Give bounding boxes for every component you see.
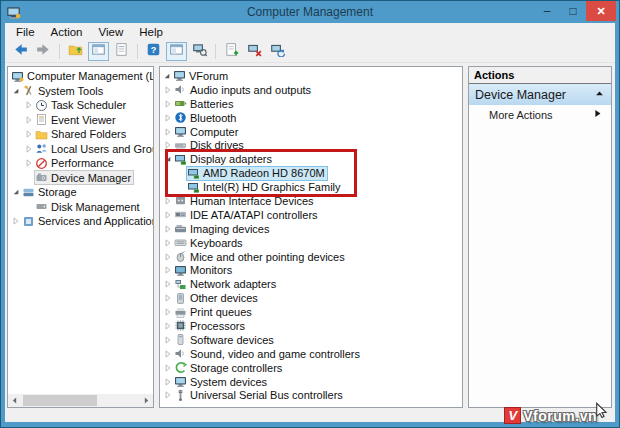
tree-item-storage-controllers[interactable]: Storage controllers [160,361,462,375]
tree-item-services-and-applications[interactable]: Services and Applications [8,214,153,229]
expander-collapsed-icon[interactable] [163,224,173,234]
minimize-button[interactable]: – [534,1,560,21]
uninstall-device-button[interactable] [244,42,265,61]
tree-item-universal-serial-bus-controllers[interactable]: Universal Serial Bus controllers [160,388,462,402]
maximize-button[interactable]: □ [560,1,586,21]
export-list-button[interactable] [111,42,132,61]
tree-item-device-manager[interactable]: Device Manager [8,171,153,186]
main-area: Computer Management (Local)System ToolsT… [5,63,615,408]
tree-item-imaging-devices[interactable]: Imaging devices [160,222,462,236]
tree-item-computer[interactable]: Computer [160,125,462,139]
tree-item-mice-and-other-pointing-devices[interactable]: Mice and other pointing devices [160,250,462,264]
actions-section-device-manager[interactable]: Device Manager [469,84,611,105]
console-tree-toggle-button[interactable] [88,42,109,61]
tree-item-shared-folders[interactable]: Shared Folders [8,127,153,142]
menu-help[interactable]: Help [131,25,171,39]
tree-item-event-viewer[interactable]: Event Viewer [8,113,153,128]
scrollbar-track[interactable] [21,394,140,407]
more-actions-item[interactable]: More Actions [469,105,611,124]
printer-icon [174,306,187,319]
tree-item-display-adapters[interactable]: Display adapters [160,152,462,166]
tree-item-system-devices[interactable]: System devices [160,375,462,389]
tree-item-network-adapters[interactable]: Network adapters [160,277,462,291]
forward-arrow-button[interactable] [33,42,54,61]
tree-item-disk-drives[interactable]: Disk drives [160,138,462,152]
up-folder-button[interactable] [65,42,86,61]
show-window-toggle-button[interactable] [166,42,187,61]
tree-item-processors[interactable]: Processors [160,319,462,333]
expander-collapsed-icon[interactable] [163,127,173,137]
scrollbar-right-arrow-icon[interactable] [140,394,153,407]
expander-collapsed-icon[interactable] [163,390,173,400]
tree-item-label: Keyboards [190,237,243,249]
tree-item-keyboards[interactable]: Keyboards [160,236,462,250]
expander-expanded-icon[interactable] [163,154,173,164]
task-scheduler-icon [35,99,48,112]
expander-collapsed-icon[interactable] [163,377,173,387]
expander-collapsed-icon[interactable] [163,238,173,248]
tree-item-computer-management-local[interactable]: Computer Management (Local) [8,69,153,84]
tree-item-amd-radeon-hd-8670m[interactable]: AMD Radeon HD 8670M [160,166,462,180]
expander-collapsed-icon[interactable] [163,279,173,289]
expander-collapsed-icon[interactable] [163,363,173,373]
expander-collapsed-icon[interactable] [163,265,173,275]
close-button[interactable]: ✕ [586,1,616,21]
expander-collapsed-icon[interactable] [24,100,34,110]
tree-item-intel-r-hd-graphics-family[interactable]: Intel(R) HD Graphics Family [160,180,462,194]
expander-expanded-icon[interactable] [162,71,172,81]
tree-item-software-devices[interactable]: Software devices [160,333,462,347]
scan-hardware-button[interactable] [267,42,288,61]
back-arrow-button[interactable] [10,42,31,61]
tree-item-vforum[interactable]: VForum [160,69,462,83]
tree-item-performance[interactable]: Performance [8,156,153,171]
expander-collapsed-icon[interactable] [163,349,173,359]
tree-item-system-tools[interactable]: System Tools [8,84,153,99]
find-computer-icon [192,42,207,61]
tree-item-monitors[interactable]: Monitors [160,263,462,277]
scrollbar-thumb[interactable] [23,395,97,406]
tree-item-label: Other devices [190,292,258,304]
menu-action[interactable]: Action [43,25,91,39]
expander-collapsed-icon[interactable] [163,140,173,150]
tree-item-audio-inputs-and-outputs[interactable]: Audio inputs and outputs [160,83,462,97]
device-manager-icon [35,171,48,184]
expander-collapsed-icon[interactable] [163,321,173,331]
expander-collapsed-icon[interactable] [163,293,173,303]
tree-item-bluetooth[interactable]: Bluetooth [160,111,462,125]
expander-collapsed-icon[interactable] [163,85,173,95]
tree-item-print-queues[interactable]: Print queues [160,305,462,319]
tree-item-task-scheduler[interactable]: Task Scheduler [8,98,153,113]
menu-view[interactable]: View [91,25,132,39]
expander-expanded-icon[interactable] [11,86,21,96]
tree-item-human-interface-devices[interactable]: Human Interface Devices [160,194,462,208]
help-icon: ? [146,42,161,61]
tree-item-other-devices[interactable]: Other devices [160,291,462,305]
tree-item-ide-ata-atapi-controllers[interactable]: IDE ATA/ATAPI controllers [160,208,462,222]
menu-file[interactable]: File [8,25,43,39]
expander-collapsed-icon[interactable] [163,113,173,123]
tree-item-sound-video-and-game-controllers[interactable]: Sound, video and game controllers [160,347,462,361]
collapse-icon[interactable] [594,88,605,102]
expander-collapsed-icon[interactable] [163,335,173,345]
tree-item-batteries[interactable]: Batteries [160,97,462,111]
expander-collapsed-icon[interactable] [24,129,34,139]
expander-collapsed-icon[interactable] [163,252,173,262]
expander-collapsed-icon[interactable] [24,144,34,154]
expander-collapsed-icon[interactable] [24,158,34,168]
tree-item-label: AMD Radeon HD 8670M [203,167,325,179]
expander-collapsed-icon[interactable] [163,196,173,206]
help-button[interactable]: ? [143,42,164,61]
expander-collapsed-icon[interactable] [163,307,173,317]
update-driver-button[interactable] [221,42,242,61]
tree-item-disk-management[interactable]: Disk Management [8,200,153,215]
toolbar: ? [5,41,615,63]
expander-collapsed-icon[interactable] [163,99,173,109]
tree-item-storage[interactable]: Storage [8,185,153,200]
expander-expanded-icon[interactable] [11,187,21,197]
expander-collapsed-icon[interactable] [24,115,34,125]
expander-collapsed-icon[interactable] [163,210,173,220]
scrollbar-left-arrow-icon[interactable] [8,394,21,407]
tree-item-local-users-and-groups[interactable]: Local Users and Groups [8,142,153,157]
find-computer-button[interactable] [189,42,210,61]
expander-collapsed-icon[interactable] [11,216,21,226]
